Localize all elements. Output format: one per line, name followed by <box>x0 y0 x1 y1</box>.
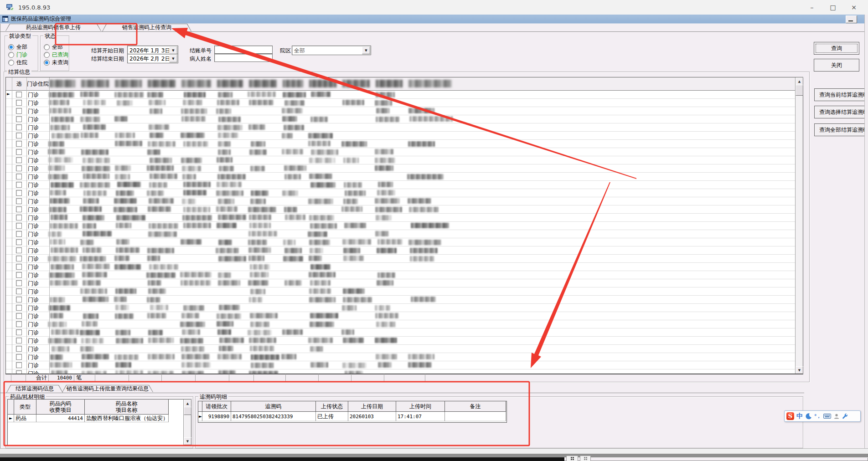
settlement-row[interactable]: 门诊 <box>6 238 796 246</box>
patient-name-input[interactable] <box>214 54 273 62</box>
settlement-row[interactable]: 门诊 <box>6 361 796 369</box>
row-checkbox[interactable] <box>16 157 22 163</box>
row-checkbox[interactable] <box>16 329 22 335</box>
settlement-row[interactable]: 门诊 <box>6 271 796 279</box>
settlement-row[interactable]: 门诊 <box>6 353 796 361</box>
row-checkbox[interactable] <box>16 346 22 352</box>
radio-全部[interactable]: 全部 <box>44 43 63 51</box>
settlement-row[interactable]: 门诊 <box>6 140 796 148</box>
settlement-row[interactable]: 门诊 <box>6 328 796 337</box>
row-checkbox[interactable] <box>16 133 22 138</box>
tab-settlement-trace-info[interactable]: 结算追溯码信息 <box>6 385 63 393</box>
settlement-row[interactable]: 门诊 <box>6 123 796 132</box>
settlement-row[interactable]: 门诊 <box>6 337 796 345</box>
settlement-row[interactable]: 门诊 <box>6 115 796 123</box>
row-checkbox[interactable] <box>16 313 22 319</box>
scrollbar-thumb[interactable] <box>184 407 191 415</box>
row-checkbox[interactable] <box>16 321 22 327</box>
query-current-settlement-button[interactable]: 查询当前结算追溯码 <box>814 88 868 101</box>
row-checkbox[interactable] <box>16 174 22 179</box>
chevron-down-icon[interactable]: ▼ <box>169 46 177 54</box>
settlement-row[interactable]: 门诊 <box>6 173 796 181</box>
query-all-settlement-button[interactable]: 查询全部结算追溯码 <box>814 123 868 136</box>
taskbar-grid-icon[interactable] <box>566 456 578 461</box>
settlement-row[interactable]: 门诊 <box>6 189 796 197</box>
radio-circle[interactable] <box>8 52 14 58</box>
settlement-grid-scrollbar[interactable]: ▲ ▼ <box>795 77 803 374</box>
tab-drug-trace-sale-upload[interactable]: 药品追溯码销售单上传 <box>5 24 101 31</box>
chevron-down-icon[interactable]: ▼ <box>169 55 177 62</box>
row-checkbox[interactable] <box>16 182 22 188</box>
ime-punctuation-icon[interactable]: °， <box>814 413 821 420</box>
ime-user-icon[interactable] <box>833 413 840 420</box>
minimize-icon[interactable]: – <box>801 0 822 15</box>
scroll-up-icon[interactable]: ▲ <box>796 77 803 85</box>
radio-全部[interactable]: 全部 <box>8 43 27 51</box>
row-checkbox[interactable] <box>16 149 22 155</box>
bill-no-input[interactable] <box>214 46 273 54</box>
settlement-row[interactable]: 门诊 <box>6 296 796 304</box>
taskbar-app-icon[interactable] <box>580 456 591 461</box>
sogou-logo-icon[interactable]: S <box>786 412 794 420</box>
trace-detail-row[interactable]: ►919889081479580250382423339已上传202601031… <box>198 412 506 421</box>
scroll-down-icon[interactable]: ▼ <box>184 437 191 445</box>
row-checkbox[interactable] <box>16 280 22 286</box>
row-checkbox[interactable] <box>16 215 22 220</box>
tab-batch-query-result[interactable]: 销售追溯码上传批量查询结果信息 <box>62 385 153 392</box>
settlement-row[interactable]: 门诊 <box>6 99 796 107</box>
horizontal-scrollbar-thumb[interactable] <box>0 454 868 457</box>
radio-门诊[interactable]: 门诊 <box>8 51 27 59</box>
settlement-row[interactable]: 门诊 <box>6 205 796 214</box>
drug-detail-row[interactable]: ►药品44414盐酸西替利嗪口服溶液（仙达安） <box>8 415 191 422</box>
settlement-row[interactable]: 门诊 <box>6 312 796 320</box>
row-checkbox[interactable] <box>16 165 22 171</box>
radio-circle[interactable] <box>44 52 50 58</box>
settlement-row[interactable]: 门诊 <box>6 345 796 353</box>
settlement-row[interactable]: 门诊 <box>6 230 796 238</box>
row-checkbox[interactable] <box>16 100 22 106</box>
settlement-row[interactable]: 门诊 <box>6 164 796 173</box>
ime-keyboard-icon[interactable] <box>823 413 831 419</box>
radio-circle[interactable] <box>8 44 14 50</box>
ime-wrench-icon[interactable] <box>842 413 848 420</box>
row-checkbox[interactable] <box>16 141 22 147</box>
settlement-row[interactable]: 门诊 <box>6 222 796 230</box>
settlement-row[interactable]: 门诊 <box>6 320 796 328</box>
row-checkbox[interactable] <box>16 297 22 302</box>
row-checkbox[interactable] <box>16 305 22 311</box>
radio-已查询[interactable]: 已查询 <box>44 51 68 59</box>
settlement-row[interactable]: 门诊 <box>6 246 796 255</box>
query-selected-settlement-button[interactable]: 查询选择结算追溯码 <box>814 106 868 118</box>
row-checkbox[interactable] <box>16 223 22 229</box>
scrollbar-thumb[interactable] <box>796 85 803 96</box>
mdi-minimize-button[interactable] <box>846 15 857 23</box>
radio-circle[interactable] <box>8 60 14 66</box>
ime-fullwidth-moon-icon[interactable] <box>805 413 812 420</box>
row-checkbox[interactable] <box>16 206 22 212</box>
maximize-icon[interactable]: □ <box>822 0 843 15</box>
settlement-row[interactable]: 门诊 <box>6 181 796 189</box>
radio-住院[interactable]: 住院 <box>8 59 27 67</box>
settlement-row[interactable]: 门诊 <box>6 255 796 263</box>
close-icon[interactable]: × <box>843 0 864 15</box>
end-date-picker[interactable]: 2026年 2月 2日 ▼ <box>127 54 178 63</box>
row-checkbox[interactable] <box>16 231 22 237</box>
ime-language-icon[interactable]: 中 <box>796 412 803 420</box>
settlement-row[interactable]: 门诊 <box>6 197 796 205</box>
row-checkbox[interactable] <box>16 354 22 360</box>
settlement-row[interactable]: ►门诊 <box>6 91 796 99</box>
drug-table-scrollbar[interactable]: ▲ ▼ <box>183 400 191 445</box>
tab-sale-trace-upload-query[interactable]: 销售追溯码上传查询 <box>102 24 191 31</box>
row-checkbox[interactable] <box>16 272 22 278</box>
row-checkbox[interactable] <box>16 239 22 245</box>
radio-circle[interactable] <box>44 44 50 50</box>
scroll-down-icon[interactable]: ▼ <box>796 366 803 374</box>
settlement-row[interactable]: 门诊 <box>6 214 796 222</box>
close-form-button[interactable]: 关闭 <box>814 59 859 72</box>
row-checkbox[interactable] <box>16 264 22 270</box>
row-checkbox[interactable] <box>16 256 22 261</box>
query-button[interactable]: 查询 <box>814 42 859 55</box>
campus-select[interactable]: 全部 ▼ <box>292 46 371 55</box>
radio-circle[interactable] <box>44 60 50 66</box>
radio-未查询[interactable]: 未查询 <box>44 59 68 67</box>
